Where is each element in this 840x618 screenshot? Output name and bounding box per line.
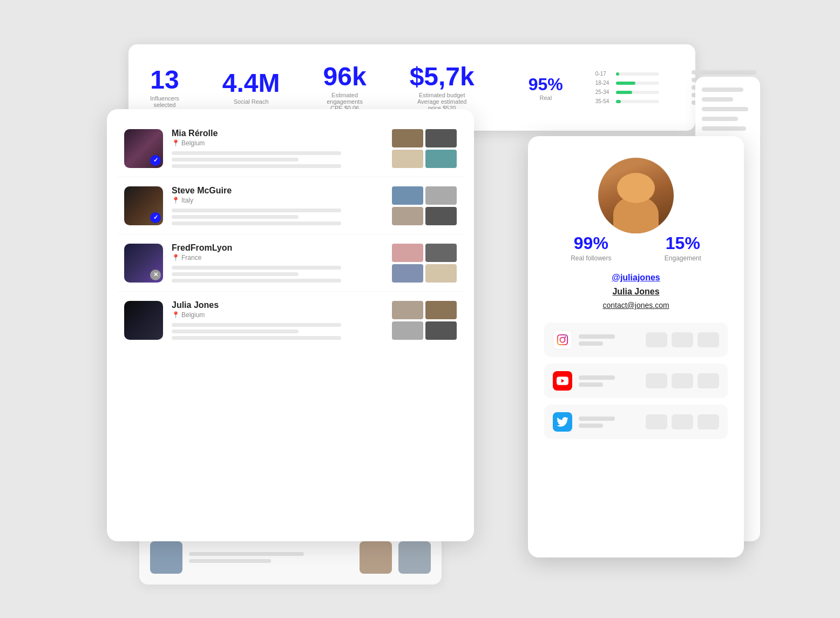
insta-line-1 (579, 334, 615, 339)
age-label-0: 0-17 (595, 71, 612, 77)
check-icon-steve: ✓ (153, 214, 158, 221)
insta-line-2 (579, 341, 603, 346)
influencer-row-mia[interactable]: ✓ Mia Rérolle 📍 Belgium (118, 120, 463, 177)
social-card-youtube[interactable] (544, 364, 728, 398)
bottom-thumb-3 (398, 541, 431, 574)
photo-mia-4 (425, 150, 457, 168)
age-bar-fill-1 (616, 82, 635, 85)
bottom-lines (189, 552, 353, 563)
photo-fred-4 (425, 264, 457, 283)
budget-label: Estimated budget Average estimated price… (415, 92, 469, 111)
tw-line-1 (579, 417, 615, 421)
age-bar-fill-2 (616, 91, 632, 94)
influencer-location-julia: 📍 Belgium (172, 311, 383, 319)
profile-panel: 99% Real followers 15% Engagement @julia… (528, 136, 744, 557)
age-bar-bg-1 (616, 82, 659, 85)
line-1 (692, 70, 756, 75)
info-line-mia-2 (172, 158, 299, 162)
instagram-icon (557, 334, 568, 346)
check-icon-mia: ✓ (153, 157, 158, 164)
profile-handle[interactable]: @juliajones (612, 273, 660, 283)
svg-rect-0 (558, 335, 567, 345)
engagements-label: Estimated engagements CPE $0.06 (323, 92, 367, 111)
instagram-icon-wrap (553, 330, 572, 350)
photo-mia-1 (392, 129, 423, 147)
influencer-name-julia: Julia Jones (172, 300, 383, 310)
twitter-stat-boxes (646, 414, 719, 429)
photo-julia-4 (425, 321, 457, 340)
budget-value: $5,7k (410, 64, 475, 90)
photo-mia-3 (392, 150, 423, 168)
influencer-location-steve: 📍 Italy (172, 197, 383, 204)
svg-point-2 (565, 337, 566, 338)
photo-steve-1 (392, 186, 423, 205)
influencer-info-julia: Julia Jones 📍 Belgium (172, 300, 383, 340)
influencers-value: 13 (150, 67, 179, 93)
photo-julia-2 (425, 301, 457, 319)
info-line-julia-2 (172, 330, 299, 333)
age-label-2: 25-34 (595, 89, 612, 95)
youtube-stats-lines (579, 375, 639, 387)
age-label-1: 18-24 (595, 80, 612, 86)
influencer-row-steve[interactable]: ✓ Steve McGuire 📍 Italy (118, 177, 463, 234)
info-line-mia-1 (172, 151, 341, 155)
avatar-container-fred: ✕ (124, 244, 163, 283)
photos-steve (392, 186, 457, 225)
influencer-name-steve: Steve McGuire (172, 186, 383, 196)
yt-stat-2 (672, 373, 693, 388)
engagements-stat: 96k Estimated engagements CPE $0.06 (323, 64, 367, 111)
info-line-mia-3 (172, 164, 341, 168)
twitter-icon-wrap (553, 412, 572, 432)
influencer-name-mia: Mia Rérolle (172, 129, 383, 138)
influencer-info-fred: FredFromLyon 📍 France (172, 243, 383, 283)
influencer-row-fred[interactable]: ✕ FredFromLyon 📍 France (118, 234, 463, 292)
age-bar-bg-2 (616, 91, 659, 94)
real-followers-stat: 99% Real followers (571, 233, 611, 262)
age-row-1: 18-24 (595, 80, 659, 86)
insta-stat-1 (646, 332, 667, 347)
x-icon-fred: ✕ (153, 271, 158, 278)
pin-icon-julia: 📍 (172, 311, 180, 319)
age-row-0: 0-17 (595, 71, 659, 77)
social-card-instagram[interactable] (544, 323, 728, 357)
age-row-3: 35-54 (595, 98, 659, 104)
yt-line-2 (579, 382, 603, 387)
profile-avatar (598, 158, 674, 233)
reach-stat: 4.4M Social Reach (222, 70, 280, 105)
age-bar-fill-3 (616, 100, 621, 103)
avatar-julia (124, 301, 163, 340)
info-lines-steve (172, 209, 383, 225)
age-label-3: 35-54 (595, 98, 612, 104)
bottom-line-1 (189, 552, 304, 556)
influencer-location-fred: 📍 France (172, 254, 383, 261)
check-badge-steve: ✓ (150, 212, 161, 223)
yt-stat-1 (646, 373, 667, 388)
real-followers-value: 99% (574, 233, 608, 253)
influencer-info-steve: Steve McGuire 📍 Italy (172, 186, 383, 225)
bottom-thumb-1 (150, 541, 182, 574)
check-badge-mia: ✓ (150, 155, 161, 166)
age-bar-bg-3 (616, 100, 659, 103)
bottom-line-2 (189, 559, 271, 563)
bottom-thumb-2 (360, 541, 392, 574)
pin-icon-fred: 📍 (172, 254, 180, 261)
influencer-location-mia: 📍 Belgium (172, 139, 383, 147)
youtube-stat-boxes (646, 373, 719, 388)
age-bar-bg-0 (616, 72, 659, 76)
tw-stat-3 (697, 414, 719, 429)
info-line-julia-1 (172, 323, 341, 327)
photo-julia-3 (392, 321, 423, 340)
pin-icon-mia: 📍 (172, 139, 180, 147)
influencer-row-julia[interactable]: Julia Jones 📍 Belgium (118, 292, 463, 348)
photo-steve-2 (425, 186, 457, 205)
real-pct-value: 95% (529, 75, 563, 95)
twitter-icon (557, 417, 568, 427)
social-card-twitter[interactable] (544, 405, 728, 439)
budget-stat: $5,7k Estimated budget Average estimated… (410, 64, 475, 111)
youtube-icon-wrap (553, 371, 572, 391)
influencer-name-fred: FredFromLyon (172, 243, 383, 253)
age-chart: 0-17 18-24 25-34 35-54 (595, 71, 659, 104)
engagement-label: Engagement (665, 254, 701, 262)
side-line-4 (702, 117, 738, 121)
side-line-5 (702, 126, 746, 131)
